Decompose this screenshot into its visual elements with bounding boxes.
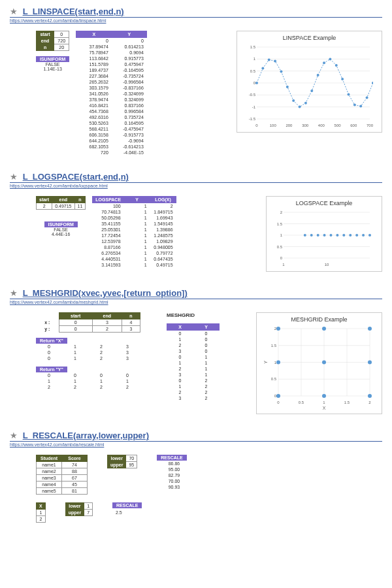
bullet-icon: ★ — [10, 431, 18, 440]
param-label: end — [37, 38, 54, 44]
meshgrid-params: startendn x :034 y :023 — [36, 312, 140, 333]
svg-point-64 — [304, 234, 306, 237]
logspace-title: ★ L_LOGSPACE(start,end,n) — [10, 172, 382, 183]
param-value: 20 — [54, 44, 69, 51]
svg-text:200: 200 — [286, 123, 293, 127]
meshgrid-url[interactable]: https://www.vertex42.com/lambda/meshgrid… — [10, 300, 382, 304]
isuniform-val2: 4.44E-16 — [36, 232, 86, 237]
logspace-chart: LOGSPACE Example 00.511.52110 — [266, 196, 382, 272]
meshgrid-section: ★ L_MESHGRID(xvec,yvec,[return_option]) … — [10, 288, 382, 414]
svg-point-28 — [292, 99, 295, 102]
return-y-label: Return "Y" — [36, 367, 67, 372]
meshgrid-chart: MESHGRID Example 00.511.5200.511.52XY — [256, 312, 382, 414]
param-label: lower — [65, 503, 84, 510]
linspace-section: ★ L_LINSPACE(start,end,n) https://www.ve… — [10, 7, 382, 155]
isuniform-label: ISUNIFORM — [44, 221, 78, 227]
svg-text:1.5: 1.5 — [271, 344, 277, 348]
return-x-label: Return "X" — [36, 338, 67, 344]
bullet-icon: ★ — [10, 7, 18, 16]
meshgrid-xy-table: XY 001020300111213102122232 — [167, 323, 220, 401]
svg-text:1.5: 1.5 — [277, 222, 283, 226]
param-value: 2 — [37, 203, 52, 210]
svg-point-59 — [336, 234, 338, 237]
rescale-heading[interactable]: L_RESCALE(array,lower,upper) — [23, 431, 149, 440]
linspace-chart: LINSPACE Example -1.5-1-0.500.511.501002… — [237, 31, 382, 133]
svg-point-89 — [322, 361, 326, 365]
param-value: 11 — [74, 203, 86, 210]
svg-point-87 — [368, 394, 372, 398]
svg-text:0.5: 0.5 — [299, 400, 304, 404]
svg-text:0.5: 0.5 — [271, 377, 277, 381]
svg-text:0: 0 — [255, 123, 258, 127]
col-header: Score — [62, 455, 88, 462]
meshgrid-heading[interactable]: L_MESHGRID(xvec,yvec,[return_option]) — [23, 288, 188, 298]
svg-text:0: 0 — [280, 256, 283, 260]
svg-point-62 — [317, 234, 319, 237]
isuniform-val1: FALSE — [36, 62, 69, 67]
logspace-url[interactable]: https://www.vertex42.com/lambda/logspace… — [10, 184, 382, 188]
svg-text:100: 100 — [270, 123, 277, 127]
col-header: Y — [193, 324, 220, 331]
col-header: LOG(X) — [150, 197, 176, 203]
param-value: 95 — [126, 462, 137, 468]
svg-point-37 — [347, 93, 350, 95]
col-header: X — [37, 503, 46, 510]
svg-text:1: 1 — [282, 263, 285, 267]
svg-point-41 — [372, 82, 373, 84]
rescale-label2: RESCALE — [112, 502, 142, 508]
param-value: 0.49715 — [52, 203, 74, 210]
svg-text:0.5: 0.5 — [277, 245, 283, 249]
svg-point-29 — [299, 106, 301, 108]
svg-point-58 — [342, 234, 345, 237]
param-label: upper — [65, 510, 84, 516]
rescale-input-table2: X 1 2 — [36, 502, 46, 523]
linspace-title: ★ L_LINSPACE(start,end,n) — [10, 7, 382, 18]
meshgrid-title: ★ L_MESHGRID(xvec,yvec,[return_option]) — [10, 288, 382, 299]
col-header: Student — [37, 455, 62, 462]
rescale-output: 86.8695.0082.7970.0090.93 — [157, 461, 183, 490]
svg-text:600: 600 — [350, 123, 357, 127]
svg-point-57 — [349, 234, 351, 237]
svg-point-60 — [329, 234, 332, 237]
return-y-table: 000011112222 — [36, 372, 140, 390]
param-label: lower — [108, 455, 126, 462]
svg-point-32 — [317, 74, 319, 76]
param-label: n — [122, 313, 140, 319]
svg-point-36 — [341, 78, 344, 80]
col-header: X — [76, 31, 112, 38]
param-value: 70 — [126, 455, 137, 462]
svg-point-31 — [310, 90, 313, 92]
param-value: 0 — [54, 31, 69, 38]
chart-title: MESHGRID Example — [262, 316, 376, 323]
col-header: Y — [124, 197, 150, 203]
svg-point-54 — [368, 234, 371, 237]
svg-point-33 — [323, 61, 325, 64]
svg-point-93 — [368, 327, 372, 331]
svg-text:1: 1 — [323, 400, 325, 404]
isuniform-val2: 1.14E-13 — [36, 67, 69, 71]
svg-point-30 — [304, 102, 307, 105]
svg-point-26 — [280, 71, 282, 73]
param-value: 7 — [84, 510, 93, 516]
bullet-icon: ★ — [10, 288, 18, 298]
isuniform-label: ISUNIFORM — [36, 56, 69, 62]
svg-point-23 — [261, 67, 264, 69]
rescale-bounds: lower70 upper95 — [107, 455, 137, 468]
logspace-heading[interactable]: L_LOGSPACE(start,end,n) — [23, 172, 129, 182]
linspace-heading[interactable]: L_LINSPACE(start,end,n) — [23, 7, 124, 16]
svg-point-55 — [362, 234, 365, 237]
svg-point-40 — [366, 97, 368, 99]
col-header: Y — [112, 31, 147, 38]
param-label: start — [59, 313, 92, 319]
linspace-url[interactable]: https://www.vertex42.com/lambda/linspace… — [10, 18, 382, 23]
svg-point-56 — [355, 234, 358, 237]
chart-title: LOGSPACE Example — [272, 200, 376, 206]
linspace-params: start0 end720 n20 — [36, 31, 69, 51]
rescale-url[interactable]: https://www.vertex42.com/lambda/rescale.… — [10, 442, 382, 447]
svg-text:-1: -1 — [252, 105, 256, 109]
svg-text:0: 0 — [277, 400, 280, 404]
svg-point-92 — [322, 327, 326, 331]
logspace-section: ★ L_LOGSPACE(start,end,n) https://www.ve… — [10, 172, 382, 272]
svg-point-38 — [353, 104, 356, 106]
svg-point-91 — [276, 327, 280, 331]
